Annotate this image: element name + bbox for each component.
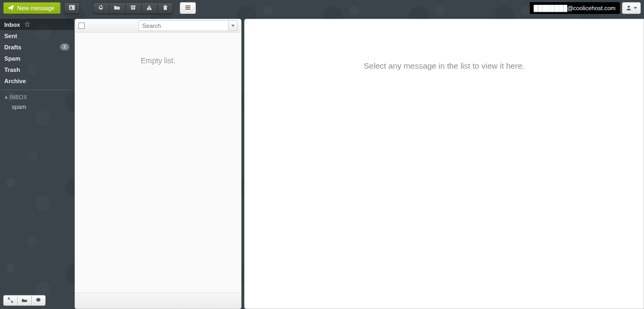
paper-plane-icon [8,5,14,12]
svg-rect-9 [164,7,167,10]
folder-trash[interactable]: Trash [0,64,74,75]
new-message-button[interactable]: New message [3,2,61,14]
archive-button[interactable] [125,2,141,14]
delete-button[interactable] [157,2,173,14]
message-actions-group [93,2,173,14]
folder-label: Inbox [4,21,20,28]
mark-spam-button[interactable] [141,2,157,14]
folder-inbox[interactable]: Inbox [0,19,74,30]
search-options-button[interactable] [228,20,238,31]
subfolder-spam[interactable]: spam [0,101,74,112]
subfolder-label: spam [12,104,26,110]
folder-sidebar: Inbox Sent Drafts 2 Spam Trash Archive I… [0,19,74,309]
settings-button[interactable] [31,295,46,306]
folder-label: Sent [4,33,17,39]
collapse-button[interactable] [3,295,18,306]
warning-icon [146,4,152,12]
folder-label: Spam [4,55,20,62]
message-list-footer [75,292,241,308]
folder-label: Archive [4,78,26,84]
new-message-label: New message [17,5,55,11]
move-to-folder-button[interactable] [109,2,125,14]
chevron-right-icon [5,96,8,99]
account-email-text: ████████@coolicehost.com [534,5,616,11]
collapse-icon [8,297,13,304]
svg-rect-0 [69,5,75,10]
contacts-button[interactable] [64,2,80,14]
refresh-button[interactable] [93,2,109,14]
caret-down-icon [634,7,637,9]
folder-sent[interactable]: Sent [0,30,74,41]
folder-icon [114,4,120,12]
folder-tree-header[interactable]: INBOX [0,93,74,101]
search-input[interactable] [138,20,228,31]
svg-point-14 [627,5,630,8]
sidebar-bottom-toolbar [3,295,46,306]
empty-list-message: Empty list. [75,33,241,292]
svg-rect-2 [70,9,72,10]
gear-icon [35,297,41,304]
folder-spam[interactable]: Spam [0,53,74,64]
folder-drafts[interactable]: Drafts 2 [0,41,74,53]
account-email: ████████@coolicehost.com [530,2,620,14]
tree-header-label: INBOX [10,94,27,100]
reader-placeholder: Select any message in the list to view i… [364,61,524,70]
svg-rect-5 [133,8,134,8]
folder-plus-icon [21,297,27,304]
select-all-checkbox[interactable] [78,23,85,29]
folder-archive[interactable]: Archive [0,75,74,86]
trash-icon [162,4,169,12]
folder-label: Drafts [4,44,21,50]
top-toolbar: New message [0,0,644,16]
user-icon [626,3,632,13]
menu-icon [185,4,191,12]
svg-rect-13 [185,9,190,10]
count-badge: 2 [60,43,69,50]
message-reader-panel: Select any message in the list to view i… [244,19,644,309]
search-wrap [138,20,238,31]
message-list-panel: Empty list. [75,19,241,309]
folder-label: Trash [4,67,20,73]
caret-down-icon [231,25,235,27]
svg-rect-11 [185,5,190,6]
refresh-icon [98,4,104,12]
layout-menu-button[interactable] [180,2,196,14]
svg-point-1 [70,6,72,8]
message-list-header [75,19,241,33]
empty-list-text: Empty list. [141,56,175,65]
svg-rect-10 [164,5,166,6]
star-icon [25,21,30,28]
divider [3,90,70,90]
svg-rect-3 [131,5,136,6]
user-menu-button[interactable] [622,2,641,14]
add-folder-button[interactable] [17,295,32,306]
svg-rect-7 [149,9,150,9]
svg-rect-8 [163,6,167,7]
archive-icon [130,4,136,12]
contact-card-icon [69,4,75,12]
svg-rect-6 [149,7,150,9]
svg-rect-12 [185,7,190,8]
